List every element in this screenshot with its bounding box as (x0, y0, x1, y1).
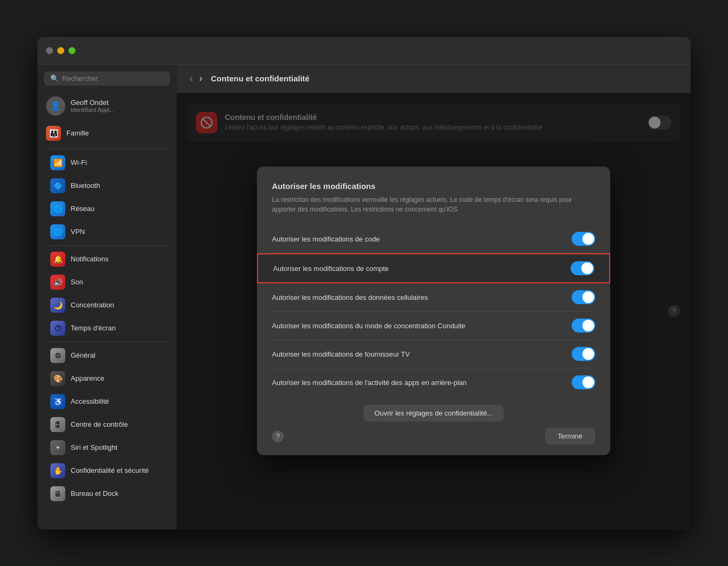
main-header: ‹ › Contenu et confidentialité (177, 65, 691, 93)
modal-row-4-label: Autoriser les modifications de fournisse… (272, 350, 410, 358)
modal: Autoriser les modifications La restricti… (257, 167, 610, 455)
son-icon: 🔊 (50, 275, 65, 290)
famille-label: Famille (66, 129, 89, 137)
search-icon: 🔍 (50, 74, 59, 82)
vpn-icon: 🌐 (50, 224, 65, 239)
content-area: 🔍 Rechercher 👤 Geoff Ondet Identifiant A… (37, 65, 691, 530)
termine-button[interactable]: Terminé (545, 428, 595, 444)
toggle-compte[interactable] (571, 261, 594, 275)
open-confidentialite-button[interactable]: Ouvrir les réglages de confidentialité..… (363, 405, 503, 421)
confidentialite-label: Confidentialité et sécurité (71, 466, 149, 474)
accessibilite-icon: ♿ (50, 394, 65, 409)
modal-body: Autoriser les modifications La restricti… (257, 167, 610, 396)
sidebar-item-bureau[interactable]: 🖥 Bureau et Dock (42, 482, 172, 505)
modal-row-3: Autoriser les modifications du mode de c… (272, 312, 595, 340)
sidebar-item-reseau[interactable]: 🌐 Réseau (42, 198, 172, 220)
toggle-tv[interactable] (572, 347, 595, 361)
main-window: 🔍 Rechercher 👤 Geoff Ondet Identifiant A… (37, 37, 691, 530)
traffic-lights (46, 47, 75, 54)
modal-desc: La restriction des modifications verroui… (272, 195, 595, 214)
bluetooth-label: Bluetooth (71, 182, 100, 190)
main-content: ‹ › Contenu et confidentialité Contenu (177, 65, 691, 530)
modal-row-5: Autoriser les modifications de l'activit… (272, 368, 595, 396)
modal-footer: Ouvrir les réglages de confidentialité..… (257, 396, 610, 455)
sidebar-item-notifications[interactable]: 🔔 Notifications (42, 248, 172, 270)
apparence-icon: 🎨 (50, 371, 65, 386)
modal-title: Autoriser les modifications (272, 182, 595, 191)
wifi-icon: 📶 (50, 155, 65, 170)
user-profile[interactable]: 👤 Geoff Ondet Identifiant Appl... (37, 92, 177, 120)
page-title: Contenu et confidentialité (211, 74, 309, 83)
user-sub: Identifiant Appl... (71, 107, 114, 113)
close-button[interactable] (46, 47, 53, 54)
maximize-button[interactable] (69, 47, 75, 54)
help-button[interactable]: ? (272, 431, 284, 442)
divider-1 (44, 149, 170, 149)
modal-row-4: Autoriser les modifications de fournisse… (272, 340, 595, 368)
user-name: Geoff Ondet (71, 99, 114, 107)
confidentialite-icon: ✋ (50, 463, 65, 478)
search-bar[interactable]: 🔍 Rechercher (44, 71, 170, 86)
divider-2 (44, 245, 170, 246)
sidebar: 🔍 Rechercher 👤 Geoff Ondet Identifiant A… (37, 65, 177, 530)
siri-icon: ✦ (50, 440, 65, 455)
bluetooth-icon: 🔷 (50, 178, 65, 193)
search-placeholder: Rechercher (62, 74, 98, 82)
apparence-label: Apparence (71, 374, 104, 382)
sidebar-item-apparence[interactable]: 🎨 Apparence (42, 367, 172, 390)
titlebar (37, 37, 691, 65)
famille-icon: 👨‍👩‍👧 (46, 126, 61, 141)
notifications-label: Notifications (71, 255, 109, 263)
sidebar-item-confidentialite[interactable]: ✋ Confidentialité et sécurité (42, 459, 172, 482)
general-label: Général (71, 351, 95, 359)
accessibilite-label: Accessibilité (71, 397, 109, 405)
wifi-label: Wi-Fi (71, 159, 87, 167)
bureau-icon: 🖥 (50, 486, 65, 501)
divider-3 (44, 342, 170, 342)
modal-row-2: Autoriser les modifications des données … (272, 283, 595, 312)
main-scroll: Contenu et confidentialité Limitez l'acc… (177, 93, 691, 530)
modal-rows: Autoriser les modifications de code Auto… (272, 225, 595, 396)
modal-row-1: Autoriser les modifications de compte (257, 253, 610, 283)
modal-row-2-label: Autoriser les modifications des données … (272, 293, 428, 301)
sidebar-item-wifi[interactable]: 📶 Wi-Fi (42, 152, 172, 174)
siri-label: Siri et Spotlight (71, 443, 117, 451)
modal-row-1-label: Autoriser les modifications de compte (273, 265, 389, 273)
sidebar-item-son[interactable]: 🔊 Son (42, 271, 172, 293)
sidebar-item-accessibilite[interactable]: ♿ Accessibilité (42, 390, 172, 413)
minimize-button[interactable] (57, 47, 64, 54)
toggle-conduite[interactable] (572, 319, 595, 333)
modal-row-0: Autoriser les modifications de code (272, 225, 595, 253)
nav-back-button[interactable]: ‹ (187, 72, 195, 85)
nav-forward-button[interactable]: › (197, 72, 204, 85)
general-icon: ⚙ (50, 348, 65, 363)
avatar: 👤 (46, 96, 65, 116)
sidebar-item-vpn[interactable]: 🌐 VPN (42, 221, 172, 243)
sidebar-item-bluetooth[interactable]: 🔷 Bluetooth (42, 175, 172, 197)
concentration-label: Concentration (71, 301, 114, 309)
notifications-icon: 🔔 (50, 252, 65, 267)
modal-row-5-label: Autoriser les modifications de l'activit… (272, 379, 467, 387)
user-info: Geoff Ondet Identifiant Appl... (71, 99, 114, 113)
sidebar-item-temps[interactable]: ⏱ Temps d'écran (42, 317, 172, 339)
modal-overlay: Autoriser les modifications La restricti… (177, 93, 691, 530)
toggle-code[interactable] (572, 232, 595, 246)
bureau-label: Bureau et Dock (71, 489, 119, 497)
temps-icon: ⏱ (50, 321, 65, 336)
reseau-label: Réseau (71, 205, 95, 213)
son-label: Son (71, 278, 83, 286)
reseau-icon: 🌐 (50, 201, 65, 216)
sidebar-item-general[interactable]: ⚙ Général (42, 344, 172, 367)
sidebar-item-centre[interactable]: 🎛 Centre de contrôle (42, 413, 172, 436)
sidebar-item-concentration[interactable]: 🌙 Concentration (42, 294, 172, 316)
centre-icon: 🎛 (50, 417, 65, 432)
toggle-cellulaires[interactable] (572, 290, 595, 304)
concentration-icon: 🌙 (50, 298, 65, 313)
sidebar-item-siri[interactable]: ✦ Siri et Spotlight (42, 436, 172, 459)
centre-label: Centre de contrôle (71, 420, 128, 428)
sidebar-item-famille[interactable]: 👨‍👩‍👧 Famille (37, 122, 177, 145)
modal-row-0-label: Autoriser les modifications de code (272, 235, 380, 243)
toggle-arriere-plan[interactable] (572, 375, 595, 389)
temps-label: Temps d'écran (71, 324, 116, 332)
modal-actions: ? Terminé (272, 428, 595, 444)
